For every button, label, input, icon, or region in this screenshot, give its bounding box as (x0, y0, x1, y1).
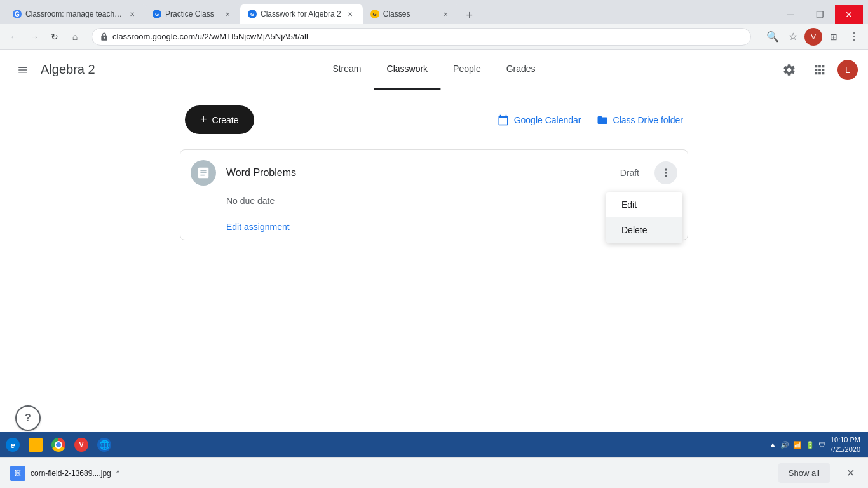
taskbar-network-icon: 📶 (793, 441, 802, 449)
tab-2[interactable]: G Practice Class ✕ (145, 4, 240, 24)
assignment-header[interactable]: Word Problems Draft Edit Delete (180, 150, 688, 196)
taskbar-speaker-icon: 🔊 (780, 441, 789, 449)
tab-3[interactable]: G Classwork for Algebra 2 ✕ (240, 4, 363, 24)
tab-1[interactable]: G Classroom: manage teaching an… ✕ (5, 4, 145, 24)
assignment-title: Word Problems (226, 167, 610, 179)
tab-4-favicon: G (370, 10, 379, 18)
tab-4-label: Classes (383, 10, 437, 18)
tab-2-label: Practice Class (165, 10, 219, 18)
download-bar: 🖼 corn-field-2-13689....jpg ^ Show all ✕ (0, 458, 868, 488)
menu-icon[interactable]: ⋮ (845, 28, 863, 46)
help-button[interactable]: ? (15, 405, 41, 431)
taskbar-folder[interactable] (25, 435, 46, 455)
apps-button[interactable] (807, 57, 832, 83)
home-button[interactable]: ⌂ (66, 28, 84, 46)
taskbar-chrome-ext[interactable]: V (71, 435, 92, 455)
restore-button[interactable]: ❐ (806, 5, 834, 24)
context-menu-edit[interactable]: Edit (606, 192, 682, 217)
google-calendar-label: Google Calendar (514, 115, 581, 125)
create-label: Create (212, 115, 239, 125)
tab-classwork[interactable]: Classwork (374, 50, 441, 90)
tab-1-close[interactable]: ✕ (127, 9, 137, 19)
assignment-svg-icon (196, 166, 210, 180)
tab-people[interactable]: People (440, 50, 494, 90)
assignment-card: Word Problems Draft Edit Delete No due d… (180, 149, 688, 240)
tab-1-favicon: G (13, 10, 22, 18)
main-content: + Create Google Calendar Class Drive fol… (180, 90, 688, 255)
earth-icon: 🌐 (97, 438, 111, 452)
chrome-icon (51, 438, 65, 452)
create-button[interactable]: + Create (185, 105, 254, 134)
toolbar-actions: Google Calendar Class Drive folder (498, 114, 683, 126)
download-item: 🖼 corn-field-2-13689....jpg ^ (10, 466, 119, 481)
app-header: Algebra 2 Stream Classwork People Grades… (0, 50, 868, 90)
taskbar-chrome[interactable] (48, 435, 69, 455)
header-tabs: Stream Classwork People Grades (320, 50, 548, 90)
extensions-icon[interactable]: ⊞ (825, 28, 843, 46)
taskbar-battery-icon: 🔋 (806, 441, 815, 449)
tab-3-favicon: G (248, 10, 257, 18)
more-vert-icon (660, 166, 672, 179)
more-options-button[interactable]: Edit Delete (654, 161, 677, 184)
user-avatar[interactable]: L (837, 60, 858, 80)
browser-controls: ← → ↻ ⌂ classroom.google.com/u/2/w/MTI5N… (0, 24, 868, 50)
clock-time: 10:10 PM (829, 435, 860, 445)
download-file-icon: 🖼 (10, 466, 25, 481)
plus-icon: + (200, 113, 207, 126)
back-button[interactable]: ← (5, 28, 23, 46)
hamburger-menu[interactable] (10, 57, 36, 83)
settings-icon (782, 63, 796, 77)
tab-3-close[interactable]: ✕ (345, 9, 355, 19)
minimize-button[interactable]: ─ (776, 5, 804, 24)
profile-button[interactable]: V (804, 28, 822, 46)
tab-2-favicon: G (153, 10, 161, 18)
lock-icon (100, 32, 109, 41)
folder-icon (29, 438, 43, 452)
search-icon[interactable]: 🔍 (764, 28, 782, 46)
tab-3-label: Classwork for Algebra 2 (261, 10, 341, 18)
forward-button[interactable]: → (25, 28, 43, 46)
calendar-icon (498, 114, 509, 126)
tab-stream[interactable]: Stream (320, 50, 374, 90)
assignment-draft-status: Draft (620, 168, 639, 178)
taskbar-sys-tray: ▲ 🔊 📶 🔋 🛡 10:10 PM 7/21/2020 (769, 435, 865, 455)
address-bar[interactable]: classroom.google.com/u/2/w/MTI5NjcwMjA5N… (92, 28, 751, 46)
apps-icon (813, 63, 827, 77)
main-area: + Create Google Calendar Class Drive fol… (0, 90, 868, 357)
class-drive-folder-label: Class Drive folder (613, 115, 683, 125)
new-tab-button[interactable]: + (461, 6, 478, 24)
chrome-ext-icon: V (74, 438, 88, 452)
download-bar-close[interactable]: ✕ (843, 466, 858, 481)
class-drive-folder-link[interactable]: Class Drive folder (597, 114, 683, 126)
context-menu-delete[interactable]: Delete (606, 217, 682, 243)
clock-date: 7/21/2020 (829, 445, 860, 454)
folder-icon (597, 114, 608, 126)
tab-2-close[interactable]: ✕ (222, 9, 233, 19)
close-button[interactable]: ✕ (835, 5, 863, 24)
hamburger-icon (17, 64, 29, 76)
settings-button[interactable] (776, 57, 802, 83)
show-all-button[interactable]: Show all (778, 463, 830, 483)
context-menu: Edit Delete (606, 192, 682, 243)
taskbar-clock[interactable]: 10:10 PM 7/21/2020 (829, 435, 860, 455)
header-right: L (776, 57, 858, 83)
tab-1-label: Classroom: manage teaching an… (25, 10, 123, 18)
taskbar-earth[interactable]: 🌐 (94, 435, 114, 455)
tab-4[interactable]: G Classes ✕ (363, 4, 458, 24)
tab-bar: G Classroom: manage teaching an… ✕ G Pra… (0, 0, 868, 24)
download-filename: corn-field-2-13689....jpg (31, 469, 111, 478)
download-chevron-icon[interactable]: ^ (116, 469, 120, 478)
bookmark-icon[interactable]: ☆ (784, 28, 802, 46)
url-text: classroom.google.com/u/2/w/MTI5NjcwMjA5N… (112, 32, 743, 41)
browser-actions: 🔍 ☆ V ⊞ ⋮ (764, 28, 863, 46)
content-toolbar: + Create Google Calendar Class Drive fol… (180, 105, 688, 134)
taskbar-arrow-up: ▲ (769, 440, 776, 449)
refresh-button[interactable]: ↻ (46, 28, 64, 46)
app-title: Algebra 2 (41, 62, 95, 77)
taskbar-ie[interactable]: e (3, 435, 23, 455)
taskbar: e V 🌐 ▲ 🔊 📶 🔋 🛡 10:10 PM 7/21/2020 (0, 432, 868, 458)
tab-grades[interactable]: Grades (494, 50, 548, 90)
tab-4-close[interactable]: ✕ (440, 9, 451, 19)
google-calendar-link[interactable]: Google Calendar (498, 114, 581, 126)
assignment-icon (191, 160, 216, 186)
